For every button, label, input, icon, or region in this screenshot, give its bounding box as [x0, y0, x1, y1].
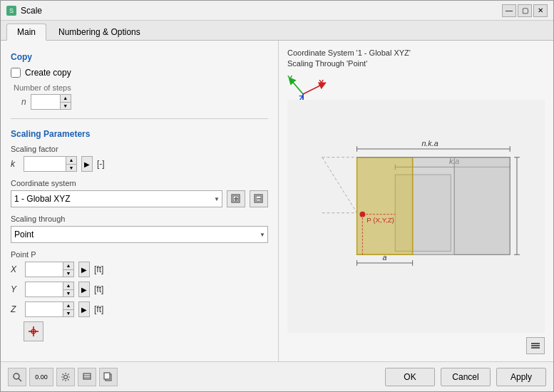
- scaling-section: Scaling Parameters Scaling factor k 2.00…: [11, 118, 268, 341]
- z-coord-row: Z -3.00 ▲ ▼ ▶ [ft]: [11, 301, 268, 317]
- left-panel: Copy Create copy Number of steps n 1: [1, 41, 279, 361]
- z-label: Z: [11, 304, 21, 314]
- svg-point-47: [64, 375, 68, 378]
- point-section-label: Point P: [11, 250, 268, 259]
- x-input[interactable]: 3.00: [26, 262, 63, 277]
- pick-point-button[interactable]: [24, 321, 43, 341]
- coord-display-label: 0.00: [35, 373, 48, 381]
- bottom-right-buttons: OK Cancel Apply: [385, 368, 546, 386]
- coord-system-dropdown[interactable]: 1 - Global XYZ: [11, 190, 222, 207]
- svg-text:a: a: [383, 253, 387, 262]
- scaling-factor-row: k 2.000 ▲ ▼ ▶ [-]: [11, 156, 268, 172]
- scaling-through-dropdown[interactable]: Point: [11, 226, 268, 243]
- coord-system-row: 1 - Global XYZ ▼: [11, 190, 268, 207]
- y-down-button[interactable]: ▼: [63, 289, 73, 297]
- steps-input[interactable]: 1: [31, 95, 60, 109]
- scaling-section-header: Scaling Parameters: [11, 129, 268, 139]
- scaling-factor-input[interactable]: 2.000: [24, 157, 66, 171]
- copy-tool-button[interactable]: [99, 368, 118, 386]
- svg-rect-30: [454, 157, 510, 254]
- steps-spinbox: 1 ▲ ▼: [31, 94, 71, 110]
- create-copy-row: Create copy: [11, 68, 268, 78]
- viewport-settings-icon: [530, 340, 541, 351]
- z-spinbox: -3.00 ▲ ▼: [25, 301, 74, 317]
- z-up-button[interactable]: ▲: [63, 302, 73, 309]
- title-bar: S Scale — ▢ ✕: [1, 1, 553, 21]
- search-icon: [12, 372, 22, 382]
- svg-marker-28: [357, 157, 413, 254]
- tab-main[interactable]: Main: [6, 24, 46, 41]
- y-spinbox-buttons: ▲ ▼: [63, 282, 73, 296]
- factor-unit: [-]: [97, 159, 105, 169]
- settings-icon: [61, 372, 71, 382]
- coord-display-button[interactable]: 0.00: [29, 368, 53, 386]
- bottom-left-tools: 0.00: [8, 368, 118, 386]
- layers-button[interactable]: [78, 368, 96, 386]
- x-axis-label: X: [319, 78, 324, 87]
- svg-text:n.k.a: n.k.a: [421, 139, 438, 148]
- new-coord-icon: [231, 194, 241, 204]
- svg-rect-52: [104, 373, 110, 379]
- coord-edit-button[interactable]: [250, 190, 268, 207]
- copy-icon: [103, 372, 113, 382]
- x-spinbox: 3.00 ▲ ▼: [25, 262, 74, 277]
- factor-down-button[interactable]: ▼: [66, 164, 76, 172]
- maximize-button[interactable]: ▢: [518, 4, 532, 17]
- y-arrow-button[interactable]: ▶: [78, 282, 90, 297]
- axis-indicator: Y X Z: [287, 73, 330, 97]
- steps-up-button[interactable]: ▲: [61, 95, 71, 102]
- scaling-factor-spinbox: 2.000 ▲ ▼: [24, 156, 77, 172]
- bottom-bar: 0.00: [1, 361, 553, 391]
- ok-button[interactable]: OK: [385, 368, 435, 386]
- scaling-through-dropdown-wrapper: Point ▼: [11, 226, 268, 243]
- viewport-info: Coordinate System '1 - Global XYZ' Scali…: [287, 48, 545, 70]
- tab-numbering-options[interactable]: Numbering & Options: [48, 24, 151, 40]
- copy-section-header: Copy: [11, 52, 268, 62]
- create-copy-checkbox[interactable]: [11, 68, 21, 78]
- content-area: Copy Create copy Number of steps n 1: [1, 41, 553, 361]
- viewport-settings-button[interactable]: [526, 337, 545, 354]
- x-arrow-button[interactable]: ▶: [78, 262, 90, 277]
- layers-icon: [82, 372, 92, 382]
- coord-new-button[interactable]: [227, 190, 245, 207]
- search-tool-button[interactable]: [8, 368, 26, 386]
- factor-arrow-button[interactable]: ▶: [81, 156, 93, 172]
- minimize-button[interactable]: —: [502, 4, 516, 17]
- scaling-through-label: Scaling through: [11, 215, 268, 223]
- close-button[interactable]: ✕: [533, 4, 548, 17]
- cancel-button[interactable]: Cancel: [441, 368, 491, 386]
- y-up-button[interactable]: ▲: [63, 282, 73, 289]
- z-down-button[interactable]: ▼: [63, 309, 73, 317]
- z-unit: [ft]: [94, 304, 103, 314]
- point-section: Point P X 3.00 ▲ ▼ ▶ [ft]: [11, 250, 268, 341]
- svg-rect-44: [531, 347, 540, 349]
- scaling-factor-label: Scaling factor: [11, 145, 268, 153]
- factor-spinbox-buttons: ▲ ▼: [66, 157, 76, 171]
- settings-tool-button[interactable]: [56, 368, 75, 386]
- axis-svg: [287, 73, 330, 101]
- svg-line-46: [19, 378, 21, 381]
- steps-label: Number of steps: [14, 83, 71, 92]
- viewport-info-line1: Coordinate System '1 - Global XYZ': [287, 48, 545, 58]
- viewport-bottom: [287, 333, 545, 354]
- z-arrow-button[interactable]: ▶: [78, 301, 90, 317]
- copy-section: Copy Create copy Number of steps n 1: [11, 52, 268, 110]
- y-input[interactable]: 0.00: [26, 282, 63, 296]
- y-label: Y: [11, 284, 21, 294]
- z-input[interactable]: -3.00: [26, 302, 63, 316]
- steps-n-label: n: [21, 97, 26, 107]
- window-title: Scale: [21, 6, 42, 16]
- apply-button[interactable]: Apply: [496, 368, 546, 386]
- svg-rect-43: [531, 345, 540, 346]
- factor-up-button[interactable]: ▲: [66, 157, 76, 164]
- steps-spinbox-buttons: ▲ ▼: [60, 95, 71, 109]
- title-bar-title: S Scale: [6, 6, 42, 16]
- edit-coord-icon: [254, 194, 264, 204]
- x-up-button[interactable]: ▲: [63, 262, 73, 269]
- x-unit: [ft]: [94, 264, 103, 274]
- x-down-button[interactable]: ▼: [63, 269, 73, 277]
- steps-down-button[interactable]: ▼: [61, 102, 71, 110]
- create-copy-label: Create copy: [25, 68, 71, 78]
- coord-system-dropdown-wrapper: 1 - Global XYZ ▼: [11, 190, 222, 207]
- tabs-bar: Main Numbering & Options: [1, 21, 553, 41]
